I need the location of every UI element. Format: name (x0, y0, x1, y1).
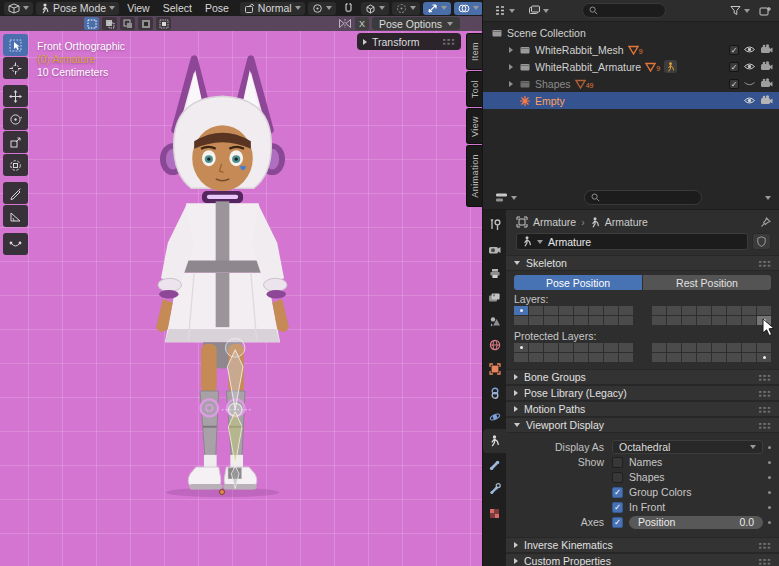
layer-toggle-cell[interactable] (574, 316, 588, 325)
outliner-display-mode-dropdown[interactable] (490, 4, 519, 17)
outliner-row-empty[interactable]: Empty (483, 92, 779, 109)
layer-toggle-cell[interactable] (619, 316, 633, 325)
outliner-row-whiterabbit-mesh[interactable]: WhiteRabbit_Mesh 9 ✓ (483, 41, 779, 58)
layer-toggle-cell[interactable] (529, 316, 543, 325)
animate-decorator[interactable] (763, 476, 775, 479)
animate-decorator[interactable] (763, 506, 775, 509)
panel-header-skeleton[interactable]: Skeleton (506, 255, 779, 271)
layer-toggle-cell[interactable] (682, 306, 696, 315)
pose-position-button[interactable]: Pose Position (514, 275, 642, 290)
layer-toggle-cell[interactable] (667, 306, 681, 315)
layer-toggle-cell[interactable] (604, 306, 618, 315)
outliner-search-input[interactable] (582, 3, 666, 18)
sidebar-tab-animation[interactable]: Animation (466, 145, 482, 207)
layer-toggle-cell[interactable] (514, 316, 528, 325)
layer-toggle-cell[interactable] (544, 343, 558, 352)
scale-tool[interactable] (3, 131, 28, 153)
animate-decorator[interactable] (763, 491, 775, 494)
panel-header-inverse-kinematics[interactable]: Inverse Kinematics (506, 537, 779, 553)
select-mode-invert-button[interactable] (138, 17, 153, 30)
sidebar-tab-item[interactable]: Item (466, 33, 482, 70)
layer-toggle-cell[interactable] (727, 343, 741, 352)
panel-drag-handle[interactable] (758, 422, 771, 429)
tab-tool[interactable] (483, 213, 506, 237)
camera-icon[interactable] (760, 44, 773, 55)
tab-object[interactable] (483, 357, 506, 381)
layer-toggle-cell[interactable] (727, 316, 741, 325)
tab-physics[interactable] (483, 405, 506, 429)
axes-checkbox[interactable] (612, 517, 623, 528)
transform-orientation-dropdown[interactable]: Normal (240, 2, 305, 15)
expand-arrow-icon[interactable] (507, 64, 515, 70)
expand-arrow-icon[interactable] (507, 47, 515, 53)
layer-toggle-cell[interactable] (514, 306, 528, 315)
layer-toggle-cell[interactable] (559, 343, 573, 352)
eye-closed-icon[interactable] (743, 78, 756, 89)
panel-drag-handle[interactable] (758, 374, 771, 381)
layer-toggle-cell[interactable] (667, 316, 681, 325)
tab-bone[interactable] (483, 453, 506, 477)
layer-toggle-cell[interactable] (742, 306, 756, 315)
shapes-checkbox[interactable] (612, 472, 623, 483)
move-tool[interactable] (3, 85, 28, 107)
layer-toggle-cell[interactable] (742, 316, 756, 325)
properties-options-dropdown[interactable] (765, 196, 771, 200)
camera-icon[interactable] (760, 78, 773, 89)
layer-toggle-cell[interactable] (559, 306, 573, 315)
eye-icon[interactable] (743, 61, 756, 72)
viewport-canvas[interactable]: Front Orthographic (0) Armature 10 Centi… (0, 31, 482, 566)
armature-origin-point[interactable] (219, 489, 225, 495)
panel-header-custom-properties[interactable]: Custom Properties (506, 553, 779, 566)
layer-toggle-cell[interactable] (589, 343, 603, 352)
group-colors-checkbox[interactable] (612, 487, 623, 498)
editor-type-button[interactable] (4, 2, 33, 15)
mode-dropdown[interactable]: Pose Mode (36, 2, 119, 15)
tweak-select-tool[interactable] (3, 34, 28, 56)
in-front-checkbox[interactable] (612, 502, 623, 513)
layer-toggle-cell[interactable] (604, 316, 618, 325)
layer-toggle-cell[interactable] (574, 306, 588, 315)
layer-toggle-cell[interactable] (514, 343, 528, 352)
character-3d-model[interactable] (118, 53, 328, 499)
layer-toggle-cell[interactable] (604, 343, 618, 352)
camera-icon[interactable] (760, 61, 773, 72)
camera-icon[interactable] (760, 95, 773, 106)
layer-toggle-cell[interactable] (514, 353, 528, 362)
sidebar-tab-view[interactable]: View (466, 108, 482, 144)
fake-user-button[interactable] (752, 233, 771, 250)
layer-toggle-cell[interactable] (529, 353, 543, 362)
layer-toggle-cell[interactable] (652, 343, 666, 352)
layer-toggle-cell[interactable] (619, 343, 633, 352)
properties-editor-type-dropdown[interactable] (491, 191, 521, 204)
tab-scene[interactable] (483, 309, 506, 333)
layer-toggle-cell[interactable] (652, 316, 666, 325)
tab-bone-constraints[interactable] (483, 477, 506, 501)
eye-icon[interactable] (743, 44, 756, 55)
animate-decorator[interactable] (763, 446, 775, 449)
menu-select[interactable]: Select (158, 2, 197, 14)
layer-toggle-cell[interactable] (697, 353, 711, 362)
panel-header-viewport-display[interactable]: Viewport Display (506, 417, 779, 433)
layer-toggle-cell[interactable] (652, 353, 666, 362)
layer-toggle-cell[interactable] (544, 316, 558, 325)
proportional-editing-dropdown[interactable] (392, 2, 420, 15)
measure-tool[interactable] (3, 205, 28, 227)
panel-drag-handle[interactable] (758, 542, 771, 549)
pose-options-dropdown[interactable]: Pose Options (372, 17, 460, 30)
properties-search-input[interactable] (584, 190, 702, 205)
layer-toggle-cell[interactable] (712, 316, 726, 325)
layer-toggle-cell[interactable] (559, 316, 573, 325)
panel-header-bone-groups[interactable]: Bone Groups (506, 369, 779, 385)
breadcrumb-data[interactable]: Armature (605, 216, 648, 228)
pivot-point-dropdown[interactable] (308, 2, 336, 15)
select-mode-extend-button[interactable] (102, 17, 117, 30)
select-mode-subtract-button[interactable] (120, 17, 135, 30)
layer-toggle-cell[interactable] (697, 316, 711, 325)
rotate-tool[interactable] (3, 108, 28, 130)
layer-toggle-cell[interactable] (529, 343, 543, 352)
exclude-checkbox[interactable]: ✓ (729, 45, 739, 55)
tab-object-constraints[interactable] (483, 381, 506, 405)
gizmo-toggle[interactable] (423, 2, 451, 15)
outliner-filter-dropdown[interactable] (726, 4, 754, 17)
outliner-row-shapes[interactable]: Shapes 49 ✓ (483, 75, 779, 92)
